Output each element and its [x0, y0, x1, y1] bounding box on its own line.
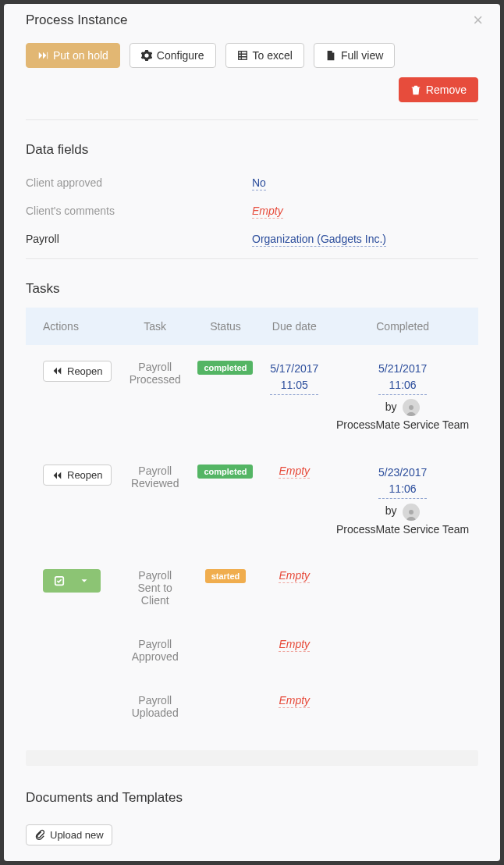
reopen-button[interactable]: Reopen [43, 465, 112, 486]
status-badge: completed [197, 361, 253, 375]
remove-button[interactable]: Remove [399, 77, 478, 102]
task-completed-cell [327, 554, 478, 622]
remove-label: Remove [426, 84, 467, 96]
value-link[interactable]: Organization (Gadgets Inc.) [252, 233, 386, 247]
task-name: PayrollReviewed [121, 449, 190, 554]
col-due: Due date [261, 308, 327, 345]
task-action-cell [26, 622, 121, 678]
full-view-button[interactable]: Full view [314, 43, 395, 68]
data-field-value[interactable]: Organization (Gadgets Inc.) [252, 225, 478, 253]
tasks-title: Tasks [26, 281, 478, 297]
data-fields-title: Data fields [26, 142, 478, 158]
task-action-cell: Reopen [26, 449, 121, 554]
check-square-icon [54, 575, 65, 586]
data-field-row: Client approvedNo [26, 169, 478, 197]
task-action-dropdown[interactable] [43, 569, 101, 593]
to-excel-label: To excel [253, 49, 293, 62]
task-completed-cell [327, 622, 478, 678]
completed-date-link[interactable]: 5/23/201711:06 [378, 465, 427, 499]
task-due-cell: Empty [261, 678, 327, 735]
col-status: Status [190, 308, 262, 345]
empty-value[interactable]: Empty [279, 569, 310, 583]
data-field-row: PayrollOrganization (Gadgets Inc.) [26, 225, 478, 253]
task-row: PayrollUploadedEmpty [26, 678, 478, 735]
task-due-cell: Empty [261, 622, 327, 678]
horizontal-scrollbar[interactable] [26, 750, 478, 766]
svg-point-4 [409, 405, 413, 410]
task-name: PayrollApproved [121, 622, 190, 678]
rewind-icon [51, 470, 62, 481]
data-field-value[interactable]: Empty [252, 197, 478, 225]
completed-by-name: ProcessMate Service Team [335, 521, 470, 538]
value-link[interactable]: No [252, 176, 266, 190]
reopen-label: Reopen [67, 469, 103, 481]
empty-value[interactable]: Empty [252, 205, 283, 219]
task-row: PayrollApprovedEmpty [26, 622, 478, 678]
completed-by-line: by [335, 502, 470, 520]
completed-by-line: by [335, 398, 470, 416]
process-instance-modal: Process Instance × Put on hold Configure [4, 4, 500, 861]
tasks-section: Tasks Actions Task Status Due date Compl… [4, 259, 500, 766]
reopen-label: Reopen [67, 365, 103, 377]
by-label: by [385, 400, 400, 413]
file-icon [325, 50, 336, 61]
spreadsheet-icon [237, 50, 248, 61]
avatar-icon [403, 399, 420, 416]
trash-icon [410, 84, 421, 95]
task-due-cell: Empty [261, 554, 327, 622]
empty-value[interactable]: Empty [279, 638, 310, 652]
data-field-label: Client approved [26, 169, 252, 197]
toolbar: Put on hold Configure To excel Full view [4, 29, 500, 119]
paperclip-icon [34, 829, 45, 840]
task-completed-cell: 5/23/201711:06by ProcessMate Service Tea… [327, 449, 478, 554]
status-badge: completed [197, 465, 253, 479]
empty-value[interactable]: Empty [279, 465, 310, 479]
documents-section: Documents and Templates Upload new [4, 768, 500, 861]
task-status-cell: completed [190, 449, 262, 554]
task-status-cell: started [190, 554, 262, 622]
by-label: by [385, 504, 400, 517]
svg-rect-0 [238, 52, 247, 60]
task-status-cell: completed [190, 345, 262, 450]
col-task: Task [121, 308, 190, 345]
empty-value[interactable]: Empty [279, 694, 310, 708]
configure-button[interactable]: Configure [130, 43, 216, 68]
task-completed-cell: 5/21/201711:06by ProcessMate Service Tea… [327, 345, 478, 450]
reopen-button[interactable]: Reopen [43, 361, 112, 382]
modal-header: Process Instance × [4, 4, 500, 29]
task-action-cell [26, 678, 121, 735]
due-date-link[interactable]: 5/17/201711:05 [270, 361, 318, 395]
data-fields-section: Data fields Client approvedNoClient's co… [4, 120, 500, 253]
task-action-cell [26, 554, 121, 622]
fast-forward-icon [37, 50, 48, 61]
completed-date-link[interactable]: 5/21/201711:06 [378, 361, 427, 395]
put-on-hold-button[interactable]: Put on hold [26, 43, 120, 68]
task-name: PayrollUploaded [121, 678, 190, 735]
task-status-cell [190, 622, 262, 678]
completed-by-name: ProcessMate Service Team [335, 416, 470, 433]
status-badge: started [205, 569, 247, 583]
svg-point-5 [409, 510, 413, 514]
task-name: PayrollSent toClient [121, 554, 190, 622]
tasks-table: Actions Task Status Due date Completed R… [26, 308, 478, 735]
upload-new-button[interactable]: Upload new [26, 824, 112, 845]
caret-down-icon [79, 575, 90, 586]
data-field-value[interactable]: No [252, 169, 478, 197]
rewind-icon [51, 365, 62, 376]
data-fields-table: Client approvedNoClient's commentsEmptyP… [26, 169, 478, 253]
close-icon[interactable]: × [470, 12, 486, 29]
upload-new-label: Upload new [50, 829, 104, 841]
task-due-cell: 5/17/201711:05 [261, 345, 327, 450]
task-row: ReopenPayrollProcessedcompleted5/17/2017… [26, 345, 478, 450]
col-completed: Completed [327, 308, 478, 345]
task-action-cell: Reopen [26, 345, 121, 450]
task-row: ReopenPayrollReviewedcompletedEmpty5/23/… [26, 449, 478, 554]
col-actions: Actions [26, 308, 121, 345]
documents-title: Documents and Templates [26, 790, 478, 806]
to-excel-button[interactable]: To excel [225, 43, 304, 68]
configure-label: Configure [157, 49, 204, 62]
avatar-icon [403, 504, 420, 521]
task-completed-cell [327, 678, 478, 735]
task-due-cell: Empty [261, 449, 327, 554]
put-on-hold-label: Put on hold [53, 49, 108, 62]
